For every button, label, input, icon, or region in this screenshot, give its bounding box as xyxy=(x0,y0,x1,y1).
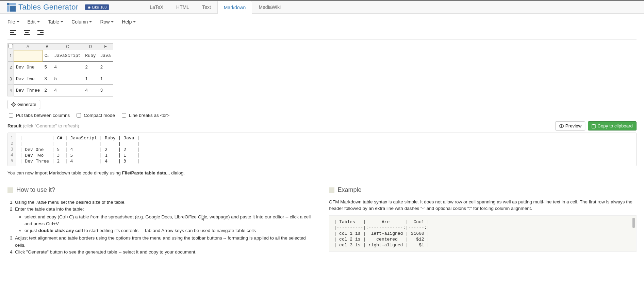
caret-icon xyxy=(111,21,114,22)
example-title: Example xyxy=(338,186,362,194)
svg-rect-3 xyxy=(10,6,16,12)
row-header[interactable]: 3 xyxy=(8,73,14,85)
cell[interactable]: 4 xyxy=(83,85,98,96)
cell[interactable]: 5 xyxy=(52,73,83,85)
svg-line-9 xyxy=(12,103,13,104)
caret-icon xyxy=(17,21,19,22)
tab-mediawiki[interactable]: MediaWiki xyxy=(252,0,287,13)
tab-html[interactable]: HTML xyxy=(170,0,196,13)
example-section: Example GFM Markdown table syntax is qui… xyxy=(329,186,637,256)
svg-rect-1 xyxy=(10,3,16,5)
svg-point-4 xyxy=(13,104,14,105)
caret-icon xyxy=(133,21,136,22)
howto-title: How to use it? xyxy=(16,186,55,194)
opt-breaks[interactable]: Line breaks as <br> xyxy=(120,112,169,119)
tab-text[interactable]: Text xyxy=(196,0,217,13)
editor-table[interactable]: A B C D E 1 C# JavaScript Ruby Java 2 De… xyxy=(7,43,113,96)
col-header[interactable]: D xyxy=(83,44,98,50)
list-item: select and copy (Ctrl+C) a table from th… xyxy=(24,214,315,228)
menu-help[interactable]: Help xyxy=(122,19,136,25)
fb-like-button[interactable]: Like 183 xyxy=(85,4,110,10)
svg-rect-2 xyxy=(7,6,10,12)
row-header[interactable]: 1 xyxy=(8,50,14,62)
svg-rect-15 xyxy=(592,124,595,128)
menu-column[interactable]: Column xyxy=(71,19,92,25)
preview-button[interactable]: Preview xyxy=(555,121,585,130)
svg-line-12 xyxy=(14,103,15,104)
select-all-checkbox[interactable] xyxy=(8,44,14,50)
tab-latex[interactable]: LaTeX xyxy=(143,0,170,13)
cell[interactable]: 2 xyxy=(42,85,52,96)
howto-section: How to use it? Using the Table menu set … xyxy=(7,186,315,256)
cell[interactable]: Dev One xyxy=(14,62,42,73)
scrollbar-thumb[interactable] xyxy=(632,218,635,228)
square-icon xyxy=(329,187,334,193)
opt-compact[interactable]: Compact mode xyxy=(75,112,115,119)
cell[interactable]: 5 xyxy=(42,62,52,73)
list-item: or just double click any cell to start e… xyxy=(24,227,315,234)
cell[interactable]: 3 xyxy=(42,73,52,85)
top-navbar: Tables Generator Like 183 LaTeX HTML Tex… xyxy=(0,0,644,14)
align-left-button[interactable] xyxy=(10,30,16,35)
cell[interactable] xyxy=(14,50,42,62)
import-note: You can now import Markdown table code d… xyxy=(7,170,637,175)
cell[interactable]: C# xyxy=(42,50,52,62)
clipboard-icon xyxy=(592,124,596,128)
align-right-button[interactable] xyxy=(37,30,44,35)
menu-bar: File Edit Table Column Row Help xyxy=(0,14,644,40)
list-item: Enter the table data into the table: sel… xyxy=(15,206,315,234)
cell[interactable]: 2 xyxy=(83,62,98,73)
opt-tabs[interactable]: Put tabs between columns xyxy=(7,112,70,119)
caret-icon xyxy=(37,21,40,22)
cell[interactable]: 4 xyxy=(52,62,83,73)
cell[interactable]: 1 xyxy=(83,73,98,85)
menu-file[interactable]: File xyxy=(7,19,19,25)
svg-rect-0 xyxy=(7,3,10,5)
howto-list: Using the Table menu set the desired siz… xyxy=(7,199,315,256)
col-header[interactable]: C xyxy=(52,44,83,50)
generate-button[interactable]: Generate xyxy=(7,100,40,109)
col-header[interactable]: E xyxy=(98,44,113,50)
svg-point-14 xyxy=(561,125,562,127)
col-header[interactable]: A xyxy=(14,44,42,50)
row-header[interactable]: 4 xyxy=(8,85,14,96)
code-gutter: 12345 xyxy=(8,133,16,166)
svg-line-11 xyxy=(12,105,13,106)
cell[interactable]: Java xyxy=(98,50,113,62)
caret-icon xyxy=(89,21,92,22)
result-code[interactable]: | | C# | JavaScript | Ruby | Java | |---… xyxy=(16,133,143,166)
row-header[interactable]: 2 xyxy=(8,62,14,73)
col-header[interactable]: B xyxy=(42,44,52,50)
cell[interactable]: 2 xyxy=(98,62,113,73)
cell[interactable]: Dev Two xyxy=(14,73,42,85)
align-center-button[interactable] xyxy=(24,30,30,35)
list-item: Using the Table menu set the desired siz… xyxy=(15,199,315,206)
tab-markdown[interactable]: Markdown xyxy=(217,1,252,14)
menu-edit[interactable]: Edit xyxy=(28,19,40,25)
example-code: | Tables | Are | Cool | |----------|:---… xyxy=(329,215,637,252)
caret-icon xyxy=(61,21,63,22)
cell[interactable]: 4 xyxy=(52,85,83,96)
svg-rect-16 xyxy=(593,124,595,125)
gear-icon xyxy=(11,102,16,107)
format-tabs: LaTeX HTML Text Markdown MediaWiki xyxy=(143,0,287,13)
align-toolbar xyxy=(7,27,637,40)
cell[interactable]: Ruby xyxy=(83,50,98,62)
app-title: Tables Generator xyxy=(18,3,79,12)
result-label: Result (click "Generate" to refresh) xyxy=(7,123,79,128)
cell[interactable]: 1 xyxy=(98,73,113,85)
copy-clipboard-button[interactable]: Copy to clipboard xyxy=(588,121,637,130)
result-code-box[interactable]: 12345 | | C# | JavaScript | Ruby | Java … xyxy=(7,133,637,166)
app-logo[interactable]: Tables Generator xyxy=(7,3,79,12)
menu-row[interactable]: Row xyxy=(100,19,114,25)
cell[interactable]: Dev Three xyxy=(14,85,42,96)
options-row: Put tabs between columns Compact mode Li… xyxy=(7,112,637,119)
example-paragraph: GFM Markdown table syntax is quite simpl… xyxy=(329,199,637,212)
eye-icon xyxy=(559,124,564,128)
cell[interactable]: JavaScript xyxy=(52,50,83,62)
cell[interactable]: 3 xyxy=(98,85,113,96)
square-icon xyxy=(7,187,13,193)
svg-line-10 xyxy=(14,105,15,106)
menu-table[interactable]: Table xyxy=(48,19,63,25)
list-item: Click "Generate" button to see the gener… xyxy=(15,249,315,256)
